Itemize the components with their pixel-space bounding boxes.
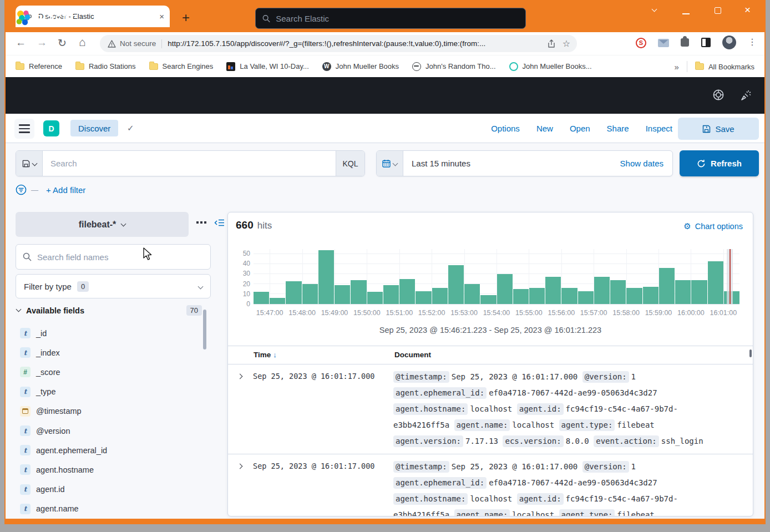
index-options-icon[interactable] <box>196 221 206 224</box>
bookmarks-overflow-icon[interactable]: » <box>675 62 679 72</box>
all-bookmarks-button[interactable]: All Bookmarks <box>695 63 754 71</box>
window-close-icon[interactable]: × <box>744 4 751 16</box>
bookmark-radio-stations[interactable]: Radio Stations <box>75 62 136 70</box>
expand-row-icon[interactable] <box>237 374 243 379</box>
histogram-bar[interactable] <box>480 295 496 304</box>
add-filter-link[interactable]: + Add filter <box>46 185 85 195</box>
expand-row-icon[interactable] <box>237 464 243 469</box>
bookmark-search-engines[interactable]: Search Engines <box>149 62 214 70</box>
field-search-box[interactable] <box>16 244 211 270</box>
bookmark-la-valle-wi-10-day[interactable]: La Valle, WI 10-Day... <box>226 62 309 71</box>
histogram-bar[interactable] <box>691 280 707 304</box>
histogram-bar[interactable] <box>383 285 399 304</box>
histogram-bar[interactable] <box>448 265 464 304</box>
table-row[interactable]: Sep 25, 2023 @ 16:01:17.000@timestamp:Se… <box>228 454 753 516</box>
table-row[interactable]: Sep 25, 2023 @ 16:01:17.000@timestamp:Se… <box>228 364 753 454</box>
histogram-bar[interactable] <box>254 292 269 304</box>
histogram-bar[interactable] <box>335 285 350 304</box>
histogram-bar[interactable] <box>626 288 642 304</box>
window-minimize-icon[interactable] <box>682 13 690 14</box>
histogram-bar[interactable] <box>513 289 529 304</box>
bookmark-john-mueller-books[interactable]: John Mueller Books... <box>509 62 592 71</box>
bookmark-john-mueller-books[interactable]: WJohn Mueller Books <box>322 62 399 71</box>
url-text[interactable]: http://172.105.7.150/app/discover#/?_g=(… <box>168 39 540 48</box>
sidebar-scrollbar[interactable] <box>203 310 206 349</box>
nav-link-options[interactable]: Options <box>491 124 520 133</box>
histogram-bar[interactable] <box>416 291 431 304</box>
histogram-bar[interactable] <box>675 280 691 304</box>
newsfeed-icon[interactable] <box>740 89 752 101</box>
save-button[interactable]: Save <box>678 118 759 140</box>
help-icon[interactable] <box>712 89 725 101</box>
extension-mail-icon[interactable] <box>658 39 669 47</box>
histogram-bar[interactable] <box>399 279 415 304</box>
field-search-input[interactable] <box>37 252 204 262</box>
histogram-bar[interactable] <box>367 292 383 304</box>
histogram-bar[interactable] <box>561 288 577 304</box>
field-item-agent-ephemeral-id[interactable]: tagent.ephemeral_id <box>20 440 197 460</box>
index-pattern-selector[interactable]: filebeat-* <box>16 212 189 237</box>
browser-menu-icon[interactable]: ⋮ <box>748 37 757 47</box>
window-maximize-icon[interactable] <box>715 7 721 14</box>
reload-icon[interactable]: ↻ <box>58 37 67 49</box>
column-time[interactable]: Time↓ <box>254 351 277 359</box>
profile-avatar[interactable] <box>722 36 736 49</box>
new-tab-button[interactable]: + <box>182 10 190 26</box>
field-item-version[interactable]: t@version <box>20 421 197 440</box>
bookmark-star-icon[interactable]: ☆ <box>563 38 570 49</box>
bookmark-john-s-random-tho[interactable]: John's Random Tho... <box>412 62 496 71</box>
field-item-agent-id[interactable]: tagent.id <box>20 480 197 499</box>
extensions-puzzle-icon[interactable] <box>681 38 689 47</box>
column-document[interactable]: Document <box>394 351 431 359</box>
histogram-bar[interactable] <box>545 277 561 304</box>
histogram-bar[interactable] <box>270 298 285 304</box>
histogram-chart[interactable] <box>254 249 739 305</box>
query-search-input[interactable] <box>43 159 336 168</box>
histogram-bar[interactable] <box>659 268 675 304</box>
field-item-score[interactable]: #_score <box>20 362 197 382</box>
address-bar[interactable]: Not secure http://172.105.7.150/app/disc… <box>100 35 577 52</box>
histogram-bar[interactable] <box>286 281 301 304</box>
available-fields-header[interactable]: Available fields 70 <box>17 305 202 316</box>
nav-link-share[interactable]: Share <box>607 124 629 133</box>
histogram-bar[interactable] <box>529 288 545 304</box>
histogram-bar[interactable] <box>708 261 723 304</box>
date-quick-menu-button[interactable] <box>377 151 403 176</box>
field-item-type[interactable]: t_type <box>20 382 197 402</box>
histogram-bar[interactable] <box>318 250 334 304</box>
histogram-bar[interactable] <box>578 291 594 304</box>
query-language-button[interactable]: KQL <box>336 151 364 176</box>
chart-options-button[interactable]: ⚙ Chart options <box>683 221 743 231</box>
refresh-button[interactable]: Refresh <box>680 150 759 176</box>
show-dates-link[interactable]: Show dates <box>620 159 672 168</box>
histogram-bar[interactable] <box>432 288 448 304</box>
histogram-bar[interactable] <box>351 280 366 304</box>
global-search-input[interactable] <box>276 14 519 23</box>
nav-link-inspect[interactable]: Inspect <box>646 124 672 133</box>
field-item-timestamp[interactable]: @timestamp <box>20 402 197 421</box>
histogram-bar[interactable] <box>594 277 610 304</box>
collapse-sidebar-icon[interactable] <box>214 219 225 227</box>
histogram-bar[interactable] <box>302 284 318 304</box>
filter-icon[interactable] <box>16 184 27 195</box>
extension-reading-list-icon[interactable] <box>701 38 711 47</box>
extension-grammarly-icon[interactable]: S <box>636 38 646 48</box>
forward-icon[interactable]: → <box>37 37 47 49</box>
histogram-bar[interactable] <box>610 280 626 304</box>
time-range-value[interactable]: Last 15 minutes <box>403 159 620 168</box>
tab-close-icon[interactable]: × <box>159 12 164 21</box>
bookmark-reference[interactable]: Reference <box>16 62 62 70</box>
field-item-agent-name[interactable]: tagent.name <box>20 499 197 519</box>
nav-link-new[interactable]: New <box>536 124 553 133</box>
table-scrollbar[interactable] <box>749 349 752 357</box>
share-icon[interactable] <box>547 39 556 48</box>
nav-link-open[interactable]: Open <box>570 124 590 133</box>
global-search-box[interactable] <box>255 8 526 29</box>
histogram-bar[interactable] <box>643 287 658 304</box>
field-item-agent-hostname[interactable]: tagent.hostname <box>20 460 197 479</box>
home-icon[interactable]: ⌂ <box>79 36 86 49</box>
histogram-bar[interactable] <box>464 284 480 304</box>
filter-by-type-dropdown[interactable]: Filter by type 0 <box>16 274 211 298</box>
saved-query-menu-button[interactable] <box>16 151 43 176</box>
back-icon[interactable]: ← <box>16 37 26 49</box>
